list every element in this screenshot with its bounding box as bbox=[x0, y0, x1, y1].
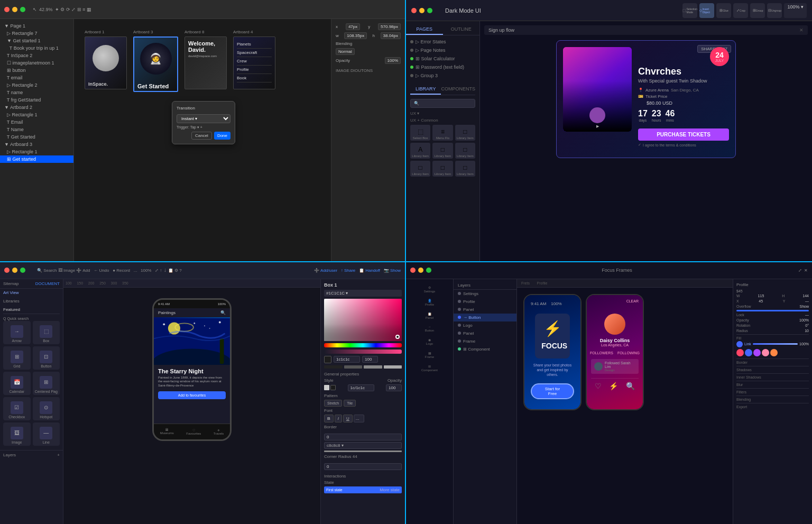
add-favourites-button[interactable]: Add to favourites bbox=[158, 391, 226, 399]
font-size-input[interactable] bbox=[354, 415, 364, 422]
lib-arrow[interactable]: → Arrow bbox=[3, 321, 31, 344]
layer-component[interactable]: ⊞ Component bbox=[454, 345, 516, 353]
sidebar-component[interactable]: ⊞ Component bbox=[406, 361, 453, 374]
heart-icon[interactable]: ♡ bbox=[595, 382, 602, 390]
lib-image[interactable]: 🖼 Image bbox=[3, 422, 31, 446]
maximize-btn[interactable] bbox=[20, 7, 25, 12]
zoom-control[interactable]: 100% ▾ bbox=[784, 3, 807, 18]
sidebar-button-active[interactable]: → Button bbox=[406, 322, 453, 335]
nav-travels[interactable]: ✈Travels bbox=[214, 428, 224, 435]
panel-solar-calc[interactable]: ⊞ Solar Calculator bbox=[406, 54, 479, 63]
sidebar-name2[interactable]: T Name bbox=[0, 126, 73, 133]
lib-item-2[interactable]: A Library Item bbox=[410, 143, 430, 159]
done-button[interactable]: Done bbox=[214, 132, 230, 140]
color-picker-gradient[interactable] bbox=[324, 299, 402, 341]
transition-select[interactable]: Instant ▾ bbox=[177, 114, 230, 123]
crop-icon[interactable]: ⤢Crop bbox=[733, 3, 748, 18]
purchase-button[interactable]: PURCHASE TICKETS bbox=[638, 128, 729, 141]
artboard-1[interactable]: InSpace. email PREVIEW bbox=[85, 36, 127, 89]
border-slider[interactable] bbox=[324, 451, 402, 452]
q4-close-btn[interactable] bbox=[410, 268, 416, 273]
sidebar-imageplanet[interactable]: ☐ imageplanetmoon 1 bbox=[0, 59, 73, 67]
lib-checkbox[interactable]: ☑ Checkbox bbox=[3, 397, 31, 420]
sidebar-button[interactable]: ⊞ button bbox=[0, 67, 73, 74]
lib-item-4[interactable]: □ Library Item bbox=[455, 143, 475, 159]
sidebar-email2[interactable]: T Email bbox=[0, 118, 73, 126]
sidebar-rect7[interactable]: ▷ Rectangle 7 bbox=[0, 30, 73, 37]
layer-panel2[interactable]: Panel bbox=[454, 329, 516, 337]
sidebar-email[interactable]: T email bbox=[0, 74, 73, 81]
panel-password[interactable]: ⊞ Password (text field) bbox=[406, 63, 479, 71]
q4-close-icon[interactable]: ✕ bbox=[804, 268, 808, 273]
lib-select-box[interactable]: ⬚ Select Box bbox=[410, 125, 430, 141]
search-profile-icon[interactable]: 🔍 bbox=[626, 382, 635, 390]
italic-btn[interactable]: I bbox=[335, 415, 342, 422]
pattern-tile-btn[interactable]: Tile bbox=[344, 400, 356, 407]
lib-item-5[interactable]: □ Library Item bbox=[410, 161, 430, 177]
fill-slider[interactable] bbox=[753, 343, 798, 345]
add-layer-btn[interactable]: ➕ Add/user ↑ Share 📋 Handoff 📷 Show bbox=[314, 268, 401, 273]
insert-object-icon[interactable]: ◇Insert Object bbox=[699, 3, 714, 18]
corner-radius-input[interactable] bbox=[324, 463, 402, 470]
pattern-fill-btn[interactable]: Stretch bbox=[324, 400, 342, 407]
sidebar-inspace2[interactable]: T InSpace 2 bbox=[0, 52, 73, 59]
y-value[interactable]: 570.98px bbox=[378, 23, 401, 30]
glue-icon[interactable]: ⊞Glue bbox=[716, 3, 731, 18]
lib-item-7[interactable]: □ Library Item bbox=[455, 161, 475, 177]
sidebar-frg[interactable]: T frg GetStarted bbox=[0, 96, 73, 104]
w-value[interactable]: 108.35px bbox=[344, 32, 367, 39]
layer-profile[interactable]: Profile bbox=[454, 298, 516, 306]
lib-centeredpag[interactable]: ⊞ Centered Pag bbox=[33, 372, 60, 395]
sidebar-panel[interactable]: 📋 Panel bbox=[406, 309, 453, 322]
sidebar-artboard2[interactable]: ▼ Artboard 2 bbox=[0, 104, 73, 111]
lib-hotspot[interactable]: ⊙ Hotspot bbox=[33, 397, 60, 420]
q3-close-btn[interactable] bbox=[4, 268, 10, 273]
select-icon[interactable]: ↖ bbox=[33, 7, 37, 12]
blend-value[interactable]: Normal bbox=[336, 48, 355, 55]
border-input[interactable] bbox=[324, 434, 402, 440]
sidebar-settings[interactable]: ⚙ Settings bbox=[406, 282, 453, 296]
h-value[interactable]: 38.04px bbox=[381, 32, 401, 39]
opacity-input[interactable] bbox=[362, 356, 378, 363]
artview-link[interactable]: Art View bbox=[0, 289, 63, 297]
layer-frame[interactable]: Frame bbox=[454, 337, 516, 345]
q3-minimize-btn[interactable] bbox=[12, 268, 17, 273]
lib-item-3[interactable]: □ Library Item bbox=[432, 143, 453, 159]
minimize-btn[interactable] bbox=[12, 7, 17, 12]
preset-silver[interactable] bbox=[384, 365, 402, 369]
panel-page-notes[interactable]: ▷ Page Notes bbox=[406, 46, 479, 54]
sidebar-bookyourtrip[interactable]: T Book your trip in up 1 bbox=[0, 44, 73, 52]
q2-close-btn[interactable] bbox=[411, 8, 417, 13]
layer-button-active[interactable]: → Button bbox=[454, 314, 516, 321]
panel-group3[interactable]: ▷ Group 3 bbox=[406, 71, 479, 80]
library-search-input[interactable] bbox=[410, 99, 475, 108]
sidebar-panel2[interactable]: ▦ Frame bbox=[406, 348, 453, 361]
underline-btn[interactable]: U bbox=[343, 415, 353, 422]
sidebar-getstarted2[interactable]: T Get Started bbox=[0, 133, 73, 141]
nav-museums[interactable]: 🏛Museums bbox=[160, 428, 174, 435]
sidebar-profile[interactable]: 👤 Profile bbox=[406, 296, 453, 309]
artboard-4[interactable]: Planets Spacecraft Crew Profile Book bbox=[233, 36, 275, 89]
q2-minimize-btn[interactable] bbox=[419, 8, 425, 13]
components-tab[interactable]: COMPONENTS bbox=[441, 84, 475, 95]
selection-mode-icon[interactable]: ⬚Selection Mode bbox=[682, 3, 697, 18]
sidebar-rect1b[interactable]: ▷ Rectangle 1 bbox=[0, 148, 73, 155]
layers-expand-icon[interactable]: + bbox=[57, 453, 60, 457]
artboard-3[interactable]: 🧑‍🚀 Get Started david@inspace.com bbox=[133, 36, 178, 92]
cancel-button[interactable]: Cancel bbox=[191, 132, 212, 140]
preset-lightgray[interactable] bbox=[364, 365, 382, 369]
outline-tab[interactable]: OUTLINE bbox=[443, 24, 480, 35]
preset-black[interactable] bbox=[324, 365, 343, 369]
layer-logo[interactable]: Logo bbox=[454, 321, 516, 329]
lib-grid[interactable]: ⊞ Grid bbox=[3, 346, 31, 370]
bold-btn[interactable]: B bbox=[324, 415, 334, 422]
first-state[interactable]: First state More state bbox=[324, 486, 402, 493]
close-flow-icon[interactable]: ✕ bbox=[799, 27, 804, 33]
sidebar-page1[interactable]: ▼ Page 1 bbox=[0, 22, 73, 30]
q3-maximize-btn[interactable] bbox=[20, 268, 25, 273]
close-btn[interactable] bbox=[4, 7, 10, 12]
overflow-slider[interactable] bbox=[736, 310, 809, 311]
sidebar-logo[interactable]: ◉ Logo bbox=[406, 335, 453, 348]
lib-calendar[interactable]: 📅 Calendar bbox=[3, 372, 31, 395]
lib-box[interactable]: ⬚ Box bbox=[33, 321, 60, 344]
